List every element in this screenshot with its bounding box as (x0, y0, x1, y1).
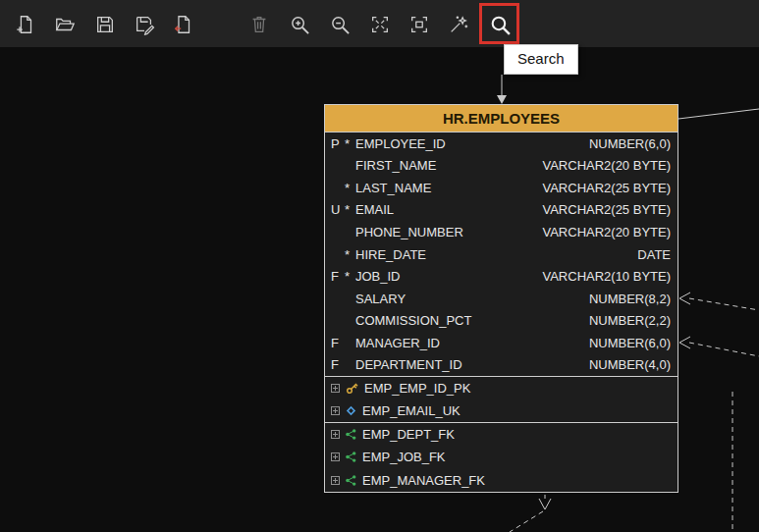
mandatory-indicator: * (345, 202, 355, 217)
constraint-row[interactable]: EMP_MANAGER_FK (325, 469, 678, 492)
column-type: VARCHAR2(20 BYTE) (542, 225, 671, 239)
column-name: MANAGER_ID (355, 336, 589, 350)
column-type: NUMBER(2,2) (589, 313, 671, 328)
constraint-row[interactable]: EMP_JOB_FK (325, 446, 678, 468)
report-page-icon (173, 14, 194, 35)
expand-toggle-icon[interactable] (331, 452, 340, 461)
column-list: P*EMPLOYEE_IDNUMBER(6,0)FIRST_NAMEVARCHA… (325, 132, 678, 376)
app-window: Search HR.EMPLOYEES P*EMPLOYEE_IDNUMBER(… (0, 0, 759, 532)
constraint-name: EMP_EMP_ID_PK (364, 381, 470, 396)
constraint-name: EMP_MANAGER_FK (362, 473, 485, 488)
entity-table-hr-employees[interactable]: HR.EMPLOYEES P*EMPLOYEE_IDNUMBER(6,0)FIR… (324, 104, 678, 493)
constraint-name: EMP_EMAIL_UK (362, 403, 461, 418)
table-header[interactable]: HR.EMPLOYEES (325, 105, 678, 132)
column-row[interactable]: FDEPARTMENT_IDNUMBER(4,0) (325, 353, 678, 376)
zoom-out-button[interactable] (327, 12, 352, 37)
zoom-in-icon (289, 14, 311, 36)
foreign-key-icon (346, 452, 356, 462)
fk-section: EMP_DEPT_FKEMP_JOB_FKEMP_MANAGER_FK (325, 422, 678, 492)
keys-section: EMP_EMP_ID_PKEMP_EMAIL_UK (325, 376, 678, 422)
magic-wand-icon (448, 14, 469, 35)
search-tooltip: Search (504, 44, 578, 75)
column-name: EMAIL (355, 202, 542, 217)
new-file-icon (15, 14, 36, 35)
column-name: DEPARTMENT_ID (355, 357, 589, 372)
save-icon (94, 14, 116, 35)
key-indicator: F (331, 269, 345, 284)
constraint-row[interactable]: EMP_DEPT_FK (325, 423, 678, 446)
save-as-button[interactable] (132, 12, 157, 37)
trash-icon (248, 14, 270, 35)
mandatory-indicator: * (345, 181, 355, 195)
expand-toggle-icon[interactable] (331, 384, 340, 393)
zoom-out-icon (329, 14, 352, 36)
key-indicator: F (331, 357, 345, 372)
foreign-key-icon (346, 475, 356, 486)
unique-key-icon (346, 405, 356, 416)
column-name: PHONE_NUMBER (355, 225, 542, 239)
relationship-line (510, 511, 543, 532)
column-type: NUMBER(6,0) (589, 336, 671, 350)
column-row[interactable]: COMMISSION_PCTNUMBER(2,2) (325, 309, 678, 332)
expand-toggle-icon[interactable] (331, 406, 340, 415)
column-name: JOB_ID (355, 269, 542, 284)
column-type: VARCHAR2(10 BYTE) (542, 269, 671, 284)
column-row[interactable]: *HIRE_DATEDATE (325, 243, 678, 266)
column-name: FIRST_NAME (355, 158, 542, 173)
expand-toggle-icon[interactable] (331, 476, 340, 485)
fit-selection-button[interactable] (367, 12, 393, 37)
key-indicator: U (331, 202, 345, 217)
column-name: HIRE_DATE (355, 247, 637, 262)
expand-toggle-icon[interactable] (331, 430, 340, 439)
column-row[interactable]: U*EMAILVARCHAR2(25 BYTE) (325, 199, 678, 222)
primary-key-icon (346, 382, 358, 395)
mandatory-indicator: * (345, 269, 355, 284)
constraint-row[interactable]: EMP_EMP_ID_PK (325, 377, 678, 399)
relationship-arrowhead (679, 293, 690, 304)
delete-button[interactable] (246, 12, 272, 37)
relationship-line (689, 298, 759, 310)
relationship-arrowhead (679, 337, 690, 348)
column-name: SALARY (355, 292, 589, 306)
column-type: NUMBER(6,0) (589, 136, 671, 151)
fit-selection-icon (369, 14, 391, 35)
column-name: LAST_NAME (355, 181, 542, 195)
mandatory-indicator: * (345, 247, 355, 262)
constraint-row[interactable]: EMP_EMAIL_UK (325, 399, 678, 422)
column-row[interactable]: FMANAGER_IDNUMBER(6,0) (325, 332, 678, 354)
column-name: EMPLOYEE_ID (355, 136, 589, 151)
column-type: NUMBER(8,2) (589, 292, 671, 306)
zoom-in-button[interactable] (287, 12, 312, 37)
column-type: DATE (637, 247, 671, 262)
relationship-line (678, 109, 759, 119)
fit-screen-icon (408, 14, 430, 35)
report-button[interactable] (171, 12, 196, 37)
relationship-arrowhead (539, 499, 551, 509)
column-row[interactable]: F*JOB_IDVARCHAR2(10 BYTE) (325, 265, 678, 288)
column-row[interactable]: SALARYNUMBER(8,2) (325, 288, 678, 310)
open-button[interactable] (52, 12, 78, 37)
constraint-name: EMP_DEPT_FK (362, 427, 455, 442)
auto-layout-button[interactable] (446, 12, 471, 37)
column-type: NUMBER(4,0) (589, 357, 671, 372)
mandatory-indicator: * (345, 136, 355, 151)
relationship-arrowhead (497, 95, 507, 104)
column-type: VARCHAR2(25 BYTE) (542, 181, 671, 195)
column-row[interactable]: PHONE_NUMBERVARCHAR2(20 BYTE) (325, 221, 678, 243)
constraint-name: EMP_JOB_FK (362, 450, 446, 464)
fit-screen-button[interactable] (407, 12, 432, 37)
key-indicator: P (331, 136, 345, 151)
column-row[interactable]: FIRST_NAMEVARCHAR2(20 BYTE) (325, 155, 678, 178)
save-as-pencil-icon (134, 14, 155, 35)
save-button[interactable] (92, 12, 118, 37)
search-highlight-box (479, 3, 519, 44)
column-type: VARCHAR2(20 BYTE) (542, 158, 671, 173)
column-row[interactable]: *LAST_NAMEVARCHAR2(25 BYTE) (325, 177, 678, 199)
relationship-line (689, 343, 759, 356)
new-design-button[interactable] (13, 12, 38, 37)
key-indicator: F (331, 336, 345, 350)
column-type: VARCHAR2(25 BYTE) (542, 202, 671, 217)
column-name: COMMISSION_PCT (355, 313, 589, 328)
column-row[interactable]: P*EMPLOYEE_IDNUMBER(6,0) (325, 133, 678, 155)
open-folder-icon (54, 14, 76, 35)
